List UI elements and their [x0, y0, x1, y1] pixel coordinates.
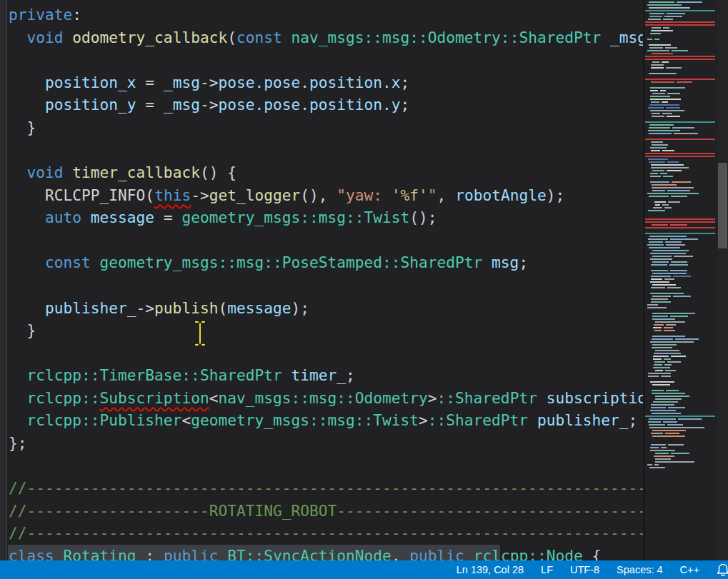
minimap-line [645, 418, 717, 420]
minimap-line [645, 261, 717, 263]
code-token: }; [9, 434, 27, 452]
code-line[interactable]: auto message = geometry_msgs::msg::Twist… [9, 206, 643, 229]
code-line[interactable] [9, 342, 643, 365]
minimap-line [645, 196, 717, 197]
code-token: : [72, 6, 81, 24]
code-token: BT::SyncActionNode [227, 547, 392, 560]
minimap-line [645, 276, 717, 277]
code-line[interactable] [9, 455, 643, 478]
minimap-line [645, 70, 717, 71]
minimap-line [645, 273, 717, 274]
minimap-line [645, 267, 717, 268]
code-line[interactable]: publisher_->publish(message); [9, 297, 643, 320]
minimap-line [645, 4, 717, 6]
encoding-indicator[interactable]: UTF-8 [570, 564, 599, 575]
code-token: > [428, 389, 437, 407]
code-token: //--------------------ROTATING_ROBOT----… [9, 502, 643, 520]
code-area[interactable]: private: void odometry_callback(const na… [0, 0, 643, 560]
minimap-line [645, 247, 717, 248]
code-token: odometry_callback [72, 29, 227, 46]
minimap[interactable] [643, 0, 717, 560]
minimap-line [645, 121, 717, 123]
notifications-bell-icon[interactable] [715, 563, 728, 576]
minimap-line [645, 176, 717, 177]
code-line[interactable]: position_y = _msg->pose.pose.position.y; [9, 94, 643, 116]
indentation-indicator[interactable]: Spaces: 4 [617, 564, 663, 575]
minimap-line [645, 384, 717, 386]
code-line[interactable]: rclcpp::TimerBase::SharedPtr timer_; [9, 364, 643, 387]
code-line[interactable]: } [9, 116, 643, 139]
code-token [91, 253, 100, 271]
code-editor[interactable]: private: void odometry_callback(const na… [0, 0, 643, 560]
code-line[interactable]: rclcpp::Publisher<geometry_msgs::msg::Tw… [9, 409, 643, 432]
minimap-line [645, 230, 717, 231]
minimap-line [645, 204, 717, 206]
language-indicator[interactable]: C++ [680, 564, 699, 575]
code-token: private [9, 6, 72, 24]
code-line[interactable] [9, 49, 643, 71]
minimap-line [645, 444, 717, 445]
code-line[interactable]: }; [9, 432, 643, 455]
code-token: '%f' [392, 186, 428, 204]
minimap-line [645, 127, 717, 129]
code-line[interactable] [9, 139, 643, 161]
minimap-line [645, 381, 717, 383]
code-line[interactable]: void timer_callback() { [9, 161, 643, 184]
code-line[interactable] [9, 274, 643, 297]
code-token: msg [492, 253, 519, 271]
code-line[interactable]: //--------------------------------------… [9, 477, 643, 500]
line-col-indicator[interactable]: Ln 139, Col 28 [457, 564, 524, 575]
code-line[interactable]: void odometry_callback(const nav_msgs::m… [9, 26, 643, 49]
minimap-line [645, 450, 717, 451]
code-token: publisher_ [45, 299, 136, 317]
vertical-scrollbar-thumb[interactable] [718, 163, 727, 248]
code-line[interactable]: //--------------------------------------… [9, 522, 643, 545]
minimap-line [645, 207, 717, 208]
code-line[interactable]: } [9, 319, 643, 342]
code-token: } [9, 119, 36, 136]
code-token: , [437, 186, 456, 204]
minimap-line [645, 7, 717, 9]
eol-indicator[interactable]: LF [541, 564, 553, 575]
minimap-line [645, 136, 717, 137]
code-line[interactable]: private: [9, 4, 643, 26]
minimap-line [645, 373, 717, 374]
minimap-line [645, 21, 717, 23]
minimap-line [645, 250, 717, 251]
code-token: { [583, 547, 602, 560]
minimap-line [645, 353, 717, 354]
code-token [9, 411, 27, 429]
minimap-line [645, 173, 717, 174]
code-token: -> [136, 299, 155, 317]
code-line[interactable]: const geometry_msgs::msg::PoseStamped::S… [9, 251, 643, 274]
code-line[interactable]: //--------------------ROTATING_ROBOT----… [9, 500, 643, 523]
code-line[interactable]: rclcpp::Subscription<nav_msgs::msg::Odom… [9, 387, 643, 410]
minimap-line [645, 119, 717, 120]
minimap-line [645, 458, 717, 460]
code-token: Subscription [100, 389, 209, 407]
minimap-line [645, 350, 717, 351]
code-token: robotAngle [455, 186, 547, 204]
code-token: ::SharedPtr [428, 411, 528, 429]
minimap-line [645, 378, 717, 380]
minimap-line [645, 50, 717, 51]
minimap-line [645, 304, 717, 306]
minimap-line [645, 424, 717, 426]
code-line[interactable]: position_x = _msg->pose.pose.position.x; [9, 71, 643, 94]
code-token [64, 163, 73, 181]
minimap-line [645, 316, 717, 317]
code-token [9, 186, 45, 204]
minimap-line [645, 258, 717, 260]
code-token [482, 253, 492, 271]
minimap-line [645, 296, 717, 297]
code-token: = [136, 96, 164, 114]
code-token: _msg [610, 29, 643, 46]
vertical-scrollbar[interactable] [717, 0, 728, 560]
code-line[interactable] [9, 229, 643, 252]
code-line[interactable]: class Rotating : public BT::SyncActionNo… [9, 545, 643, 560]
code-token: rclcpp::Publisher [27, 411, 182, 429]
minimap-line [645, 99, 717, 100]
code-line[interactable]: RCLCPP_INFO(this->get_logger(), "yaw: '%… [9, 184, 643, 207]
minimap-line [645, 181, 717, 183]
minimap-line [645, 101, 717, 103]
